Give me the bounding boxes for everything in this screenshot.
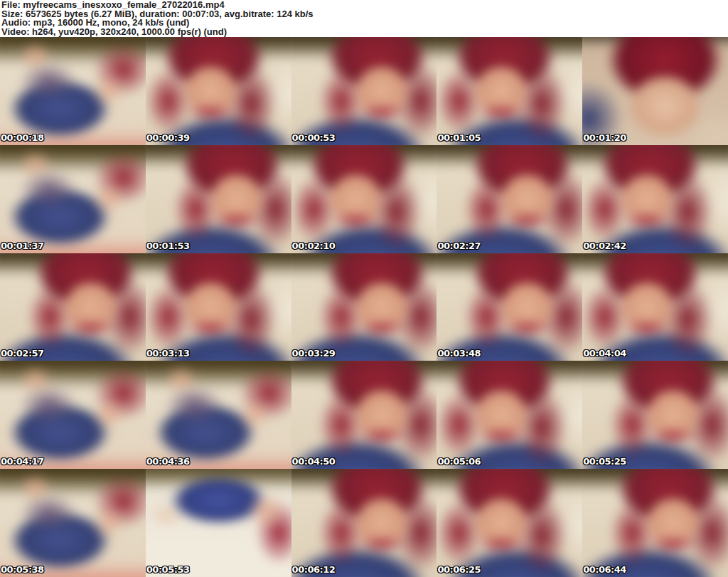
video-thumbnail[interactable]: 00:06:25 — [437, 469, 582, 577]
video-thumbnail[interactable]: 00:01:20 — [582, 37, 728, 145]
video-thumbnail[interactable]: 00:00:53 — [291, 37, 437, 145]
timestamp-label: 00:01:05 — [437, 132, 481, 143]
video-thumbnail[interactable]: 00:02:42 — [582, 145, 728, 253]
frame-image — [437, 361, 582, 469]
video-thumbnail[interactable]: 00:04:50 — [291, 361, 437, 469]
timestamp-label: 00:02:27 — [437, 240, 481, 251]
frame-image — [291, 37, 437, 145]
media-info-header: File: myfreecams_inesxoxo_female_2702201… — [0, 0, 728, 37]
frame-image — [146, 361, 291, 469]
timestamp-label: 00:06:12 — [292, 564, 336, 575]
frame-image — [291, 469, 437, 577]
video-thumbnail[interactable]: 00:02:27 — [437, 145, 582, 253]
video-info-line: Video: h264, yuv420p, 320x240, 1000.00 f… — [1, 28, 728, 37]
thumbnail-grid: 00:00:18 00:00:39 00:00:53 00:01:05 00:0… — [0, 37, 728, 577]
timestamp-label: 00:04:50 — [292, 456, 336, 467]
frame-image — [437, 253, 582, 361]
timestamp-label: 00:00:53 — [292, 132, 336, 143]
video-thumbnail[interactable]: 00:03:13 — [146, 253, 291, 361]
frame-image — [0, 469, 146, 577]
frame-image — [0, 37, 146, 145]
video-thumbnail[interactable]: 00:01:53 — [146, 145, 291, 253]
frame-image — [291, 361, 437, 469]
video-thumbnail[interactable]: 00:02:10 — [291, 145, 437, 253]
frame-image — [437, 469, 582, 577]
frame-image — [582, 37, 728, 145]
timestamp-label: 00:00:18 — [1, 132, 44, 143]
frame-image — [0, 145, 146, 253]
timestamp-label: 00:05:38 — [1, 564, 44, 575]
video-thumbnail[interactable]: 00:01:37 — [0, 145, 146, 253]
frame-image — [582, 253, 728, 361]
timestamp-label: 00:00:39 — [146, 132, 190, 143]
video-contact-sheet: File: myfreecams_inesxoxo_female_2702201… — [0, 0, 728, 577]
frame-image — [146, 253, 291, 361]
frame-image — [146, 145, 291, 253]
timestamp-label: 00:05:06 — [437, 456, 481, 467]
timestamp-label: 00:03:13 — [146, 348, 190, 359]
timestamp-label: 00:02:42 — [583, 240, 626, 251]
video-thumbnail[interactable]: 00:00:39 — [146, 37, 291, 145]
timestamp-label: 00:03:48 — [437, 348, 481, 359]
timestamp-label: 00:06:44 — [583, 564, 626, 575]
video-thumbnail[interactable]: 00:05:06 — [437, 361, 582, 469]
frame-image — [0, 361, 146, 469]
timestamp-label: 00:04:36 — [146, 456, 190, 467]
frame-image — [582, 469, 728, 577]
video-thumbnail[interactable]: 00:00:18 — [0, 37, 146, 145]
frame-image — [146, 469, 291, 577]
frame-image — [437, 145, 582, 253]
video-thumbnail[interactable]: 00:05:53 — [146, 469, 291, 577]
timestamp-label: 00:06:25 — [437, 564, 481, 575]
video-thumbnail[interactable]: 00:02:57 — [0, 253, 146, 361]
video-thumbnail[interactable]: 00:06:12 — [291, 469, 437, 577]
timestamp-label: 00:04:17 — [1, 456, 44, 467]
frame-image — [0, 253, 146, 361]
video-thumbnail[interactable]: 00:06:44 — [582, 469, 728, 577]
video-thumbnail[interactable]: 00:04:36 — [146, 361, 291, 469]
frame-image — [582, 145, 728, 253]
frame-image — [291, 253, 437, 361]
video-thumbnail[interactable]: 00:03:29 — [291, 253, 437, 361]
video-thumbnail[interactable]: 00:03:48 — [437, 253, 582, 361]
timestamp-label: 00:05:53 — [146, 564, 190, 575]
video-thumbnail[interactable]: 00:04:17 — [0, 361, 146, 469]
video-thumbnail[interactable]: 00:05:38 — [0, 469, 146, 577]
frame-image — [291, 145, 437, 253]
video-thumbnail[interactable]: 00:05:25 — [582, 361, 728, 469]
video-thumbnail[interactable]: 00:01:05 — [437, 37, 582, 145]
timestamp-label: 00:02:10 — [292, 240, 336, 251]
timestamp-label: 00:01:20 — [583, 132, 626, 143]
timestamp-label: 00:05:25 — [583, 456, 626, 467]
timestamp-label: 00:03:29 — [292, 348, 336, 359]
timestamp-label: 00:01:37 — [1, 240, 44, 251]
timestamp-label: 00:04:04 — [583, 348, 626, 359]
frame-image — [437, 37, 582, 145]
frame-image — [146, 37, 291, 145]
video-thumbnail[interactable]: 00:04:04 — [582, 253, 728, 361]
frame-image — [582, 361, 728, 469]
timestamp-label: 00:02:57 — [1, 348, 44, 359]
timestamp-label: 00:01:53 — [146, 240, 190, 251]
